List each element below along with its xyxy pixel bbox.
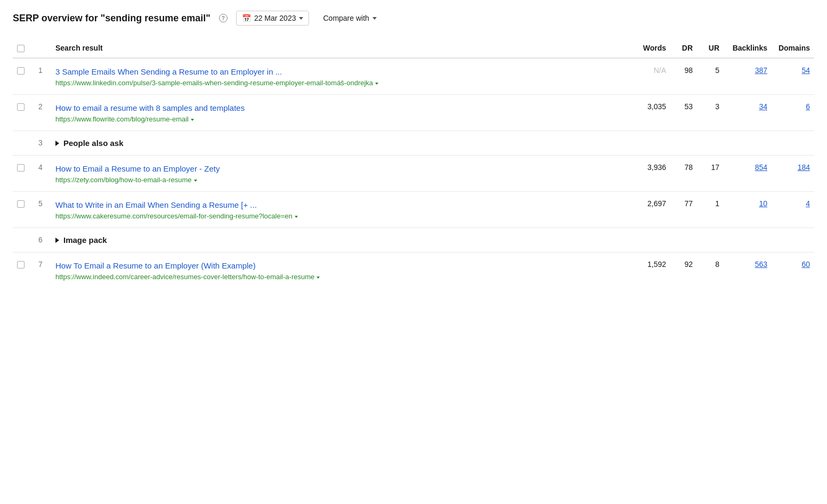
title-keyword: "sending resume email" (101, 13, 210, 23)
backlinks-link[interactable]: 854 (755, 163, 767, 172)
url-dropdown-chevron-icon[interactable] (191, 119, 194, 121)
row-checkbox[interactable] (17, 67, 25, 75)
table-row: 7 How To Email a Resume to an Employer (… (13, 253, 814, 289)
row-check-cell (13, 253, 30, 289)
table-row: 1 3 Sample Emails When Sending a Resume … (13, 58, 814, 95)
title-prefix: SERP overview for (13, 13, 101, 23)
header-dr: DR (670, 38, 697, 58)
url-dropdown-chevron-icon[interactable] (194, 180, 197, 182)
dr-value: 53 (684, 102, 693, 111)
row-words: 1,592 (628, 253, 670, 289)
url-dropdown-chevron-icon[interactable] (317, 277, 320, 279)
domains-link[interactable]: 54 (801, 66, 810, 75)
header-words: Words (628, 38, 670, 58)
row-checkbox[interactable] (17, 164, 25, 172)
row-domains: 6 (772, 95, 814, 131)
row-backlinks: 387 (724, 58, 772, 95)
header-checkbox-col (13, 38, 30, 58)
backlinks-link[interactable]: 34 (759, 102, 767, 111)
row-ur: 17 (697, 156, 724, 192)
row-number: 6 (30, 228, 51, 253)
ur-value: 17 (711, 163, 719, 172)
row-number: 4 (30, 156, 51, 192)
backlinks-link[interactable]: 387 (755, 66, 767, 75)
ur-value: 5 (715, 66, 719, 75)
words-value: 3,035 (647, 102, 666, 111)
url-dropdown-chevron-icon[interactable] (375, 83, 378, 85)
header-search-result: Search result (51, 38, 628, 58)
table-header: Search result Words DR UR Backlinks Doma… (13, 38, 814, 58)
row-number: 3 (30, 131, 51, 156)
result-title-link[interactable]: How To Email a Resume to an Employer (Wi… (55, 260, 623, 271)
result-url-text: https://zety.com/blog/how-to-email-a-res… (55, 176, 192, 184)
row-dr: 98 (670, 58, 697, 95)
row-domains: 184 (772, 156, 814, 192)
ur-value: 1 (715, 199, 719, 208)
dr-value: 77 (684, 199, 693, 208)
words-value: 2,697 (647, 199, 666, 208)
table-row: 3People also ask (13, 131, 814, 156)
result-url: https://www.flowrite.com/blog/resume-ema… (55, 115, 623, 123)
row-result-cell: How to email a resume with 8 samples and… (51, 95, 628, 131)
row-check-cell (13, 58, 30, 95)
ur-value: 3 (715, 102, 719, 111)
row-ur: 5 (697, 58, 724, 95)
row-dr: 77 (670, 192, 697, 228)
dr-value: 92 (684, 260, 693, 269)
row-result-cell: 3 Sample Emails When Sending a Resume to… (51, 58, 628, 95)
row-checkbox[interactable] (17, 200, 25, 208)
row-result-cell: What to Write in an Email When Sending a… (51, 192, 628, 228)
triangle-right-icon (55, 141, 59, 146)
row-result-cell: How to Email a Resume to an Employer - Z… (51, 156, 628, 192)
backlinks-link[interactable]: 563 (755, 260, 767, 269)
domains-link[interactable]: 184 (798, 163, 810, 172)
row-words: N/A (628, 58, 670, 95)
row-checkbox[interactable] (17, 103, 25, 111)
row-words: 3,936 (628, 156, 670, 192)
row-result-cell: How To Email a Resume to an Employer (Wi… (51, 253, 628, 289)
page-header: SERP overview for "sending resume email"… (13, 11, 814, 26)
header-backlinks: Backlinks (724, 38, 772, 58)
words-value: N/A (654, 66, 666, 75)
result-title-link[interactable]: How to email a resume with 8 samples and… (55, 102, 623, 113)
table-row: 4 How to Email a Resume to an Employer -… (13, 156, 814, 192)
result-title-link[interactable]: 3 Sample Emails When Sending a Resume to… (55, 66, 623, 77)
result-title-link[interactable]: How to Email a Resume to an Employer - Z… (55, 163, 623, 174)
row-check-cell (13, 192, 30, 228)
select-all-checkbox[interactable] (17, 45, 25, 52)
row-ur: 3 (697, 95, 724, 131)
row-checkbox[interactable] (17, 261, 25, 269)
special-row-label: People also ask (51, 131, 814, 156)
help-icon[interactable]: ? (219, 14, 228, 22)
serp-table: Search result Words DR UR Backlinks Doma… (13, 38, 814, 288)
result-url-text: https://www.indeed.com/career-advice/res… (55, 273, 314, 281)
row-number: 2 (30, 95, 51, 131)
result-url-text: https://www.cakeresume.com/resources/ema… (55, 212, 293, 220)
compare-with-button[interactable]: Compare with (318, 11, 382, 25)
table-row: 2 How to email a resume with 8 samples a… (13, 95, 814, 131)
result-url-text: https://www.linkedin.com/pulse/3-sample-… (55, 79, 373, 87)
date-picker-button[interactable]: 📅 22 Mar 2023 (236, 11, 310, 26)
row-backlinks: 563 (724, 253, 772, 289)
backlinks-link[interactable]: 10 (759, 199, 767, 208)
row-number: 7 (30, 253, 51, 289)
row-domains: 54 (772, 58, 814, 95)
row-dr: 78 (670, 156, 697, 192)
domains-link[interactable]: 6 (806, 102, 810, 111)
row-backlinks: 34 (724, 95, 772, 131)
domains-link[interactable]: 4 (806, 199, 810, 208)
date-label: 22 Mar 2023 (254, 14, 296, 22)
url-dropdown-chevron-icon[interactable] (295, 216, 298, 218)
empty-check-cell (13, 131, 30, 156)
row-words: 3,035 (628, 95, 670, 131)
row-backlinks: 854 (724, 156, 772, 192)
compare-label: Compare with (323, 14, 369, 22)
result-url: https://www.linkedin.com/pulse/3-sample-… (55, 79, 623, 87)
row-ur: 1 (697, 192, 724, 228)
empty-check-cell (13, 228, 30, 253)
domains-link[interactable]: 60 (801, 260, 810, 269)
header-ur: UR (697, 38, 724, 58)
result-title-link[interactable]: What to Write in an Email When Sending a… (55, 199, 623, 210)
table-row: 5 What to Write in an Email When Sending… (13, 192, 814, 228)
row-dr: 92 (670, 253, 697, 289)
